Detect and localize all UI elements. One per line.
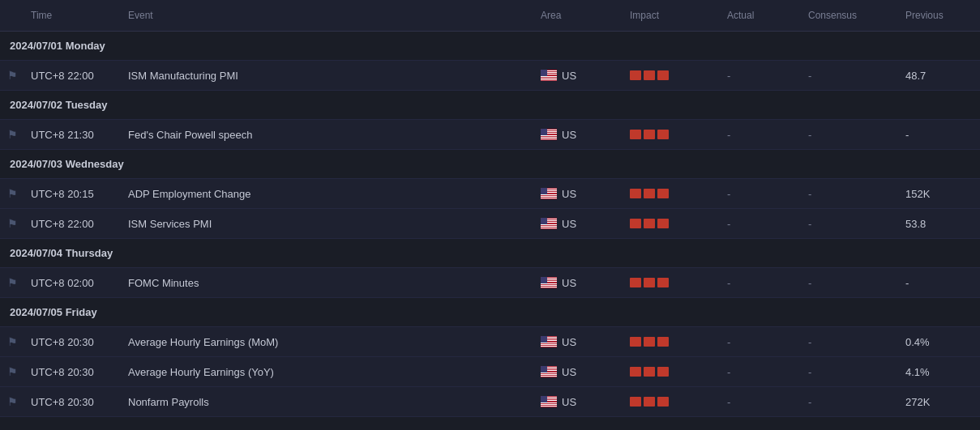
event-area: US [534, 358, 623, 386]
event-time: UTC+8 20:30 [24, 358, 122, 386]
event-time: UTC+8 22:00 [24, 62, 122, 90]
event-previous: 53.8 [899, 210, 980, 238]
bookmark-icon[interactable]: ⚑ [0, 209, 24, 238]
col-consensus: Consensus [802, 6, 899, 24]
date-section-header: 2024/07/05 Friday [0, 298, 980, 327]
event-name: ISM Services PMI [122, 210, 534, 238]
bookmark-icon[interactable]: ⚑ [0, 327, 24, 356]
event-actual: - [721, 388, 802, 416]
table-row[interactable]: ⚑UTC+8 02:00FOMC Minutes US --- [0, 268, 980, 298]
impact-bar-1 [630, 219, 641, 228]
impact-bars [630, 397, 714, 407]
impact-bars [630, 219, 714, 228]
impact-indicator [623, 211, 721, 236]
event-actual: - [721, 358, 802, 386]
bookmark-icon[interactable]: ⚑ [0, 120, 24, 149]
event-name: ADP Employment Change [122, 180, 534, 208]
event-previous: 152K [899, 180, 980, 208]
impact-bar-2 [644, 219, 655, 228]
area-label: US [562, 396, 576, 408]
bookmark-icon[interactable]: ⚑ [0, 179, 24, 208]
impact-bar-2 [644, 397, 655, 407]
impact-bar-1 [630, 397, 641, 407]
impact-bar-2 [644, 130, 655, 139]
us-flag-icon [541, 218, 557, 229]
table-row[interactable]: ⚑UTC+8 20:30Average Hourly Earnings (MoM… [0, 327, 980, 357]
impact-bars [630, 278, 714, 287]
table-row[interactable]: ⚑UTC+8 22:00ISM Services PMI US --53.8 [0, 209, 980, 239]
impact-bar-2 [644, 189, 655, 198]
event-area: US [534, 62, 623, 90]
table-row[interactable]: ⚑UTC+8 20:30Nonfarm Payrolls US --272K [0, 387, 980, 417]
impact-bars [630, 367, 714, 377]
bookmark-icon[interactable]: ⚑ [0, 387, 24, 416]
us-flag-icon [541, 277, 557, 288]
impact-bars [630, 130, 714, 139]
event-consensus: - [802, 180, 899, 208]
date-section-header: 2024/07/01 Monday [0, 32, 980, 61]
col-previous: Previous [899, 6, 980, 24]
event-area: US [534, 269, 623, 297]
impact-bar-1 [630, 130, 641, 139]
event-actual: - [721, 269, 802, 297]
event-time: UTC+8 20:30 [24, 388, 122, 416]
event-time: UTC+8 21:30 [24, 121, 122, 149]
event-actual: - [721, 121, 802, 149]
impact-indicator [623, 62, 721, 88]
event-time: UTC+8 22:00 [24, 210, 122, 238]
event-name: Fed's Chair Powell speech [122, 121, 534, 149]
table-header: Time Event Area Impact Actual Consensus … [0, 0, 980, 32]
impact-bar-2 [644, 278, 655, 287]
impact-bar-2 [644, 367, 655, 377]
us-flag-icon [541, 129, 557, 140]
area-label: US [562, 188, 576, 200]
area-label: US [562, 218, 576, 230]
bookmark-icon[interactable]: ⚑ [0, 357, 24, 386]
event-consensus: - [802, 328, 899, 356]
col-event: Event [122, 6, 534, 24]
impact-bar-3 [657, 397, 669, 407]
us-flag-icon [541, 188, 557, 199]
impact-bar-3 [657, 367, 669, 377]
event-name: Average Hourly Earnings (YoY) [122, 358, 534, 386]
impact-indicator [623, 329, 721, 355]
col-actual: Actual [721, 6, 802, 24]
impact-bar-3 [657, 337, 669, 347]
impact-indicator [623, 270, 721, 296]
table-row[interactable]: ⚑UTC+8 22:00ISM Manufacturing PMI US --4… [0, 61, 980, 91]
date-section-header: 2024/07/04 Thursday [0, 239, 980, 268]
impact-bar-3 [657, 278, 669, 287]
table-row[interactable]: ⚑UTC+8 20:15ADP Employment Change US --1… [0, 179, 980, 209]
area-label: US [562, 366, 576, 378]
economic-calendar-table: Time Event Area Impact Actual Consensus … [0, 0, 980, 417]
impact-bars [630, 189, 714, 198]
bookmark-icon[interactable]: ⚑ [0, 61, 24, 90]
table-row[interactable]: ⚑UTC+8 21:30Fed's Chair Powell speech US… [0, 120, 980, 150]
date-section-header: 2024/07/03 Wednesday [0, 150, 980, 179]
event-area: US [534, 180, 623, 208]
event-name: Nonfarm Payrolls [122, 388, 534, 416]
bookmark-icon[interactable]: ⚑ [0, 268, 24, 297]
event-area: US [534, 210, 623, 238]
event-previous: 4.1% [899, 358, 980, 386]
us-flag-icon [541, 70, 557, 81]
area-label: US [562, 336, 576, 348]
impact-bar-3 [657, 130, 669, 139]
col-star [0, 6, 24, 24]
col-time: Time [24, 6, 122, 24]
area-label: US [562, 70, 576, 82]
col-impact: Impact [623, 6, 721, 24]
table-row[interactable]: ⚑UTC+8 20:30Average Hourly Earnings (YoY… [0, 357, 980, 387]
us-flag-icon [541, 336, 557, 347]
impact-bar-2 [644, 337, 655, 347]
event-time: UTC+8 02:00 [24, 269, 122, 297]
event-consensus: - [802, 121, 899, 149]
impact-indicator [623, 121, 721, 147]
event-name: Average Hourly Earnings (MoM) [122, 328, 534, 356]
event-consensus: - [802, 358, 899, 386]
col-area: Area [534, 6, 623, 24]
impact-bar-1 [630, 337, 641, 347]
impact-indicator [623, 359, 721, 385]
event-actual: - [721, 210, 802, 238]
event-previous: 0.4% [899, 328, 980, 356]
